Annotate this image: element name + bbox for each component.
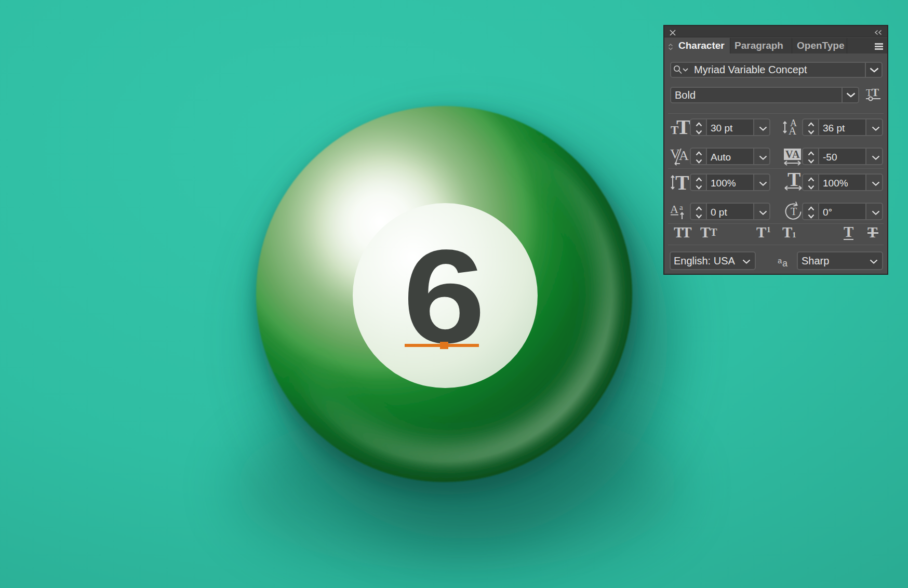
svg-text:a: a bbox=[778, 256, 782, 265]
svg-text:T: T bbox=[787, 168, 800, 190]
svg-text:T: T bbox=[676, 115, 690, 139]
svg-text:a: a bbox=[782, 258, 788, 269]
svg-text:A: A bbox=[789, 125, 797, 137]
svg-text:T: T bbox=[675, 171, 689, 194]
svg-text:a: a bbox=[679, 203, 683, 211]
svg-text:A: A bbox=[670, 203, 678, 216]
svg-text:T: T bbox=[872, 86, 879, 99]
svg-text:A: A bbox=[792, 149, 800, 160]
svg-text:T: T bbox=[791, 206, 797, 217]
svg-text:A: A bbox=[679, 148, 689, 163]
